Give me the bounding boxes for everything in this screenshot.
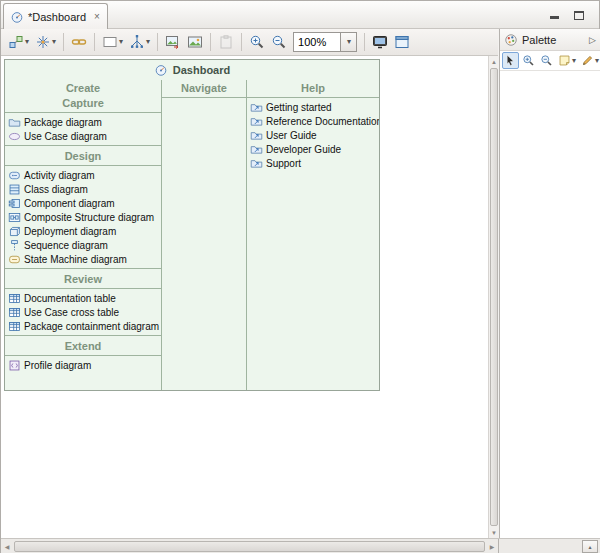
section-divider (5, 355, 161, 356)
create-column: Create Capture Package diagram Use Case … (5, 80, 161, 390)
export-image-icon (165, 34, 181, 50)
item-label: Documentation table (24, 293, 116, 304)
item-profile-diagram[interactable]: Profile diagram (5, 358, 161, 372)
draw-tool-dropdown[interactable]: ▾ (579, 52, 600, 69)
item-label: User Guide (266, 130, 317, 141)
item-getting-started[interactable]: Getting started (247, 100, 379, 114)
dropdown-arrow-icon: ▾ (119, 38, 123, 46)
zoom-out-button[interactable] (268, 31, 290, 53)
pencil-icon (581, 54, 594, 67)
item-package-diagram[interactable]: Package diagram (5, 115, 161, 129)
item-deployment-diagram[interactable]: Deployment diagram (5, 224, 161, 238)
toolbar-separator (94, 33, 95, 51)
export-image-button[interactable] (162, 31, 184, 53)
item-label: Sequence diagram (24, 240, 108, 251)
style-dropdown[interactable]: ▾ (99, 31, 126, 53)
item-label: Deployment diagram (24, 226, 116, 237)
item-component-diagram[interactable]: Component diagram (5, 196, 161, 210)
item-composite-structure-diagram[interactable]: Composite Structure diagram (5, 210, 161, 224)
palette-title: Palette (522, 34, 556, 46)
related-elements-dropdown[interactable]: ▾ (32, 31, 59, 53)
palette-scroll-button[interactable]: ▴ (582, 540, 598, 553)
editor-tab-dashboard[interactable]: *Dashboard × (3, 3, 108, 29)
section-title-extend: Extend (5, 338, 161, 353)
toolbar-separator (157, 33, 158, 51)
item-developer-guide[interactable]: Developer Guide (247, 142, 379, 156)
minimize-button[interactable] (546, 7, 563, 22)
scroll-right-button[interactable]: ▶ (486, 539, 498, 553)
item-activity-diagram[interactable]: Activity diagram (5, 168, 161, 182)
section-title-design: Design (5, 148, 161, 163)
related-elements-icon (35, 34, 51, 50)
palette-body (500, 71, 600, 538)
item-use-case-diagram[interactable]: Use Case diagram (5, 129, 161, 143)
dropdown-arrow-icon: ▾ (595, 57, 599, 65)
diagram-canvas[interactable]: Dashboard Create Capture Package diagram… (1, 56, 488, 538)
section-divider (5, 268, 161, 269)
toolbar-separator (241, 33, 242, 51)
link-mode-button[interactable] (68, 31, 90, 53)
package-containment-diagram-icon (8, 320, 21, 333)
horizontal-scrollbar[interactable]: ◀ ▶ (1, 539, 498, 553)
toolbar-separator (63, 33, 64, 51)
palette-zoom-out-tool[interactable] (538, 52, 555, 69)
sequence-diagram-icon (8, 239, 21, 252)
section-divider (5, 112, 161, 113)
palette-header[interactable]: Palette ▷ (500, 29, 600, 51)
item-support[interactable]: Support (247, 156, 379, 170)
minimize-icon (550, 16, 559, 19)
component-diagram-icon (8, 197, 21, 210)
class-diagram-icon (8, 183, 21, 196)
deployment-diagram-icon (8, 225, 21, 238)
scroll-left-button[interactable]: ◀ (1, 539, 13, 553)
scroll-up-button[interactable]: ▲ (489, 56, 499, 67)
item-label: Getting started (266, 102, 332, 113)
item-documentation-table[interactable]: Documentation table (5, 291, 161, 305)
scrollbar-corner (498, 539, 499, 553)
tab-close-icon[interactable]: × (94, 11, 100, 22)
item-state-machine-diagram[interactable]: State Machine diagram (5, 252, 161, 266)
item-label: State Machine diagram (24, 254, 127, 265)
item-sequence-diagram[interactable]: Sequence diagram (5, 238, 161, 252)
maximize-button[interactable] (570, 7, 587, 22)
item-reference-documentation[interactable]: Reference Documentation (247, 114, 379, 128)
palette-zoom-in-tool[interactable] (520, 52, 537, 69)
zoom-combo[interactable]: ▾ (293, 32, 357, 52)
select-tool[interactable] (502, 52, 519, 69)
application-window: *Dashboard × ▾ ▾ ▾ ▾ (0, 0, 600, 553)
item-label: Class diagram (24, 184, 88, 195)
create-element-dropdown[interactable]: ▾ (5, 31, 32, 53)
note-tool-dropdown[interactable]: ▾ (556, 52, 578, 69)
zoom-input[interactable] (293, 32, 341, 52)
palette-panel: Palette ▷ ▾ ▾ (499, 29, 600, 538)
state-machine-diagram-icon (8, 253, 21, 266)
section-title-capture: Capture (5, 95, 161, 110)
item-label: Support (266, 158, 301, 169)
overview-window-icon (394, 34, 410, 50)
monitor-icon (372, 34, 388, 50)
layout-dropdown[interactable]: ▾ (126, 31, 153, 53)
item-class-diagram[interactable]: Class diagram (5, 182, 161, 196)
clipboard-icon (218, 34, 234, 50)
auto-layout-icon (129, 34, 145, 50)
item-label: Composite Structure diagram (24, 212, 154, 223)
zoom-dropdown-button[interactable]: ▾ (341, 32, 357, 52)
section-divider (5, 288, 161, 289)
zoom-in-icon (522, 54, 535, 67)
fit-to-window-button[interactable] (369, 31, 391, 53)
vertical-scrollbar[interactable]: ▲ ▼ (488, 56, 499, 538)
item-package-containment-diagram[interactable]: Package containment diagram (5, 319, 161, 333)
show-overview-button[interactable] (391, 31, 413, 53)
item-use-case-cross-table[interactable]: Use Case cross table (5, 305, 161, 319)
scroll-down-button[interactable]: ▼ (489, 527, 499, 538)
help-column-title: Help (247, 80, 379, 95)
dropdown-arrow-icon: ▾ (572, 57, 576, 65)
editor-tab-bar: *Dashboard × (1, 1, 599, 29)
horizontal-scroll-thumb[interactable] (14, 541, 485, 552)
zoom-in-icon (249, 34, 265, 50)
item-user-guide[interactable]: User Guide (247, 128, 379, 142)
vertical-scroll-thumb[interactable] (490, 68, 498, 526)
copy-image-button[interactable] (184, 31, 206, 53)
palette-collapse-icon[interactable]: ▷ (589, 35, 596, 45)
zoom-in-button[interactable] (246, 31, 268, 53)
